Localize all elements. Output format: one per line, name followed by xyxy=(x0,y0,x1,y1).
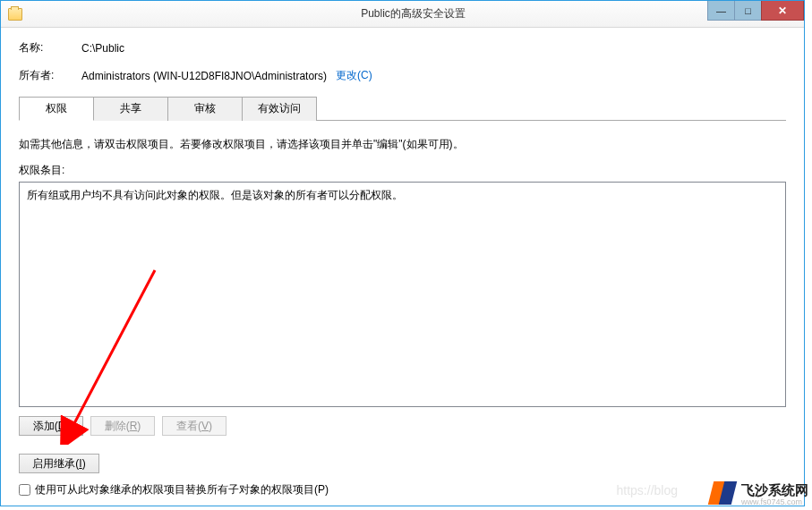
tab-audit[interactable]: 审核 xyxy=(167,97,243,121)
window-title: Public的高级安全设置 xyxy=(22,6,804,21)
entries-label: 权限条目: xyxy=(19,163,786,178)
window-controls: — □ ✕ xyxy=(707,1,804,21)
security-settings-window: Public的高级安全设置 — □ ✕ 名称: C:\Public 所有者: A… xyxy=(0,0,805,506)
maximize-button[interactable]: □ xyxy=(734,1,761,21)
content-area: 名称: C:\Public 所有者: Administrators (WIN-U… xyxy=(1,28,804,506)
replace-permissions-label[interactable]: 使用可从此对象继承的权限项目替换所有子对象的权限项目(P) xyxy=(35,482,329,497)
action-button-row: 添加(D) 删除(R) 查看(V) xyxy=(19,416,786,436)
inherit-row: 启用继承(I) xyxy=(19,445,786,473)
name-label: 名称: xyxy=(19,40,81,55)
add-button[interactable]: 添加(D) xyxy=(19,416,83,436)
owner-value: Administrators (WIN-U12D8FI8JNO\Administ… xyxy=(81,70,327,82)
minimize-button[interactable]: — xyxy=(707,1,734,21)
tab-share[interactable]: 共享 xyxy=(93,97,168,121)
name-value: C:\Public xyxy=(81,42,124,55)
permissions-list[interactable]: 所有组或用户均不具有访问此对象的权限。但是该对象的所有者可以分配权限。 xyxy=(19,182,786,407)
instructions-text: 如需其他信息，请双击权限项目。若要修改权限项目，请选择该项目并单击"编辑"(如果… xyxy=(19,137,786,152)
owner-row: 所有者: Administrators (WIN-U12D8FI8JNO\Adm… xyxy=(19,68,786,83)
close-button[interactable]: ✕ xyxy=(761,1,804,21)
folder-icon xyxy=(8,8,22,21)
owner-label: 所有者: xyxy=(19,68,81,83)
enable-inherit-button[interactable]: 启用继承(I) xyxy=(19,454,99,473)
view-button: 查看(V) xyxy=(162,416,227,436)
tab-permissions[interactable]: 权限 xyxy=(19,97,94,121)
permissions-empty-message: 所有组或用户均不具有访问此对象的权限。但是该对象的所有者可以分配权限。 xyxy=(27,189,403,201)
name-row: 名称: C:\Public xyxy=(19,40,786,55)
titlebar: Public的高级安全设置 — □ ✕ xyxy=(1,1,804,28)
replace-permissions-checkbox[interactable] xyxy=(19,484,30,496)
tab-strip: 权限 共享 审核 有效访问 xyxy=(19,96,786,121)
replace-checkbox-row: 使用可从此对象继承的权限项目替换所有子对象的权限项目(P) xyxy=(19,482,786,497)
tab-effective-access[interactable]: 有效访问 xyxy=(242,97,317,121)
change-owner-link[interactable]: 更改(C) xyxy=(336,68,372,83)
remove-button: 删除(R) xyxy=(90,416,155,436)
